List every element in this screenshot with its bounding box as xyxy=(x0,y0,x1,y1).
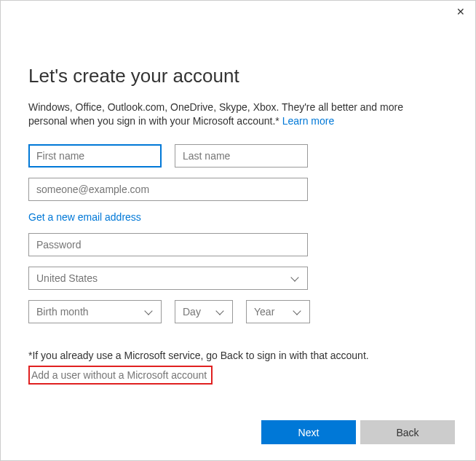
back-button[interactable]: Back xyxy=(360,420,455,444)
birth-year-select[interactable]: Year xyxy=(246,300,310,323)
learn-more-link[interactable]: Learn more xyxy=(282,115,335,127)
titlebar: ✕ xyxy=(1,1,475,23)
birth-month-select[interactable]: Birth month xyxy=(28,300,162,323)
email-field[interactable] xyxy=(28,178,308,201)
chevron-down-icon xyxy=(216,307,225,316)
page-title: Let's create your account xyxy=(28,65,448,87)
button-row: Next Back xyxy=(261,420,455,444)
description-body: Windows, Office, Outlook.com, OneDrive, … xyxy=(28,101,403,127)
birth-day-select[interactable]: Day xyxy=(175,300,233,323)
first-name-field[interactable] xyxy=(28,144,162,168)
last-name-input[interactable] xyxy=(183,150,300,162)
password-input[interactable] xyxy=(36,239,300,251)
chevron-down-icon xyxy=(293,307,302,316)
country-select[interactable]: United States xyxy=(28,267,308,290)
add-user-without-ms-link[interactable]: Add a user without a Microsoft account xyxy=(31,369,207,381)
birth-year-value: Year xyxy=(254,306,274,318)
birth-month-value: Birth month xyxy=(36,306,89,318)
dialog-content: Let's create your account Windows, Offic… xyxy=(1,23,475,385)
close-icon[interactable]: ✕ xyxy=(456,6,465,17)
new-email-link[interactable]: Get a new email address xyxy=(28,211,448,223)
chevron-down-icon xyxy=(145,307,154,316)
email-input[interactable] xyxy=(36,184,300,195)
alt-account-highlight: Add a user without a Microsoft account xyxy=(28,366,213,385)
birth-day-value: Day xyxy=(183,306,201,318)
description-text: Windows, Office, Outlook.com, OneDrive, … xyxy=(28,101,421,128)
first-name-input[interactable] xyxy=(36,150,154,162)
next-button[interactable]: Next xyxy=(261,420,356,444)
country-value: United States xyxy=(36,272,98,284)
chevron-down-icon xyxy=(291,274,300,283)
footnote-text: *If you already use a Microsoft service,… xyxy=(28,350,448,361)
password-field[interactable] xyxy=(28,233,308,256)
last-name-field[interactable] xyxy=(175,144,308,168)
